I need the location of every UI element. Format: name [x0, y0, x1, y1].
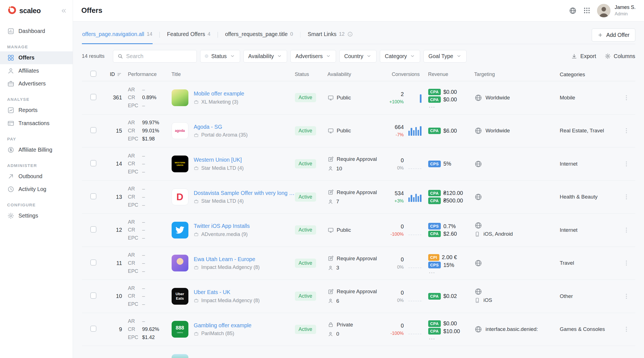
sidebar-item-label: Transactions — [18, 120, 49, 127]
sidebar-item-affiliate-billing[interactable]: Affiliate Billing — [0, 143, 73, 156]
filter-availability[interactable]: Availability — [243, 50, 287, 63]
revenue-more[interactable]: ... — [429, 269, 472, 273]
advertiser-icon — [194, 99, 199, 104]
sidebar-item-settings[interactable]: Settings — [0, 209, 73, 223]
column-header-categories[interactable]: Categories — [560, 71, 622, 78]
download-icon — [571, 53, 577, 59]
targeting-cell: Worldwide — [472, 126, 560, 135]
avatar[interactable] — [597, 4, 610, 17]
offer-title-link[interactable]: Dostavista Sample Offer with very long n… — [194, 190, 295, 196]
availability-cell: Require Approval3 — [328, 254, 377, 273]
conversions-change: -100% — [390, 231, 404, 237]
offer-title-link[interactable]: Gambling offer example — [194, 322, 252, 329]
row-menu-icon[interactable] — [622, 227, 631, 233]
logo[interactable]: scaleo — [7, 5, 41, 16]
sidebar-item-outbound[interactable]: Outbound — [0, 170, 73, 183]
row-menu-icon[interactable] — [622, 127, 631, 134]
row-checkbox[interactable] — [90, 127, 97, 133]
offer-title-link[interactable]: Ewa Utah Learn - Europe — [194, 256, 260, 262]
columns-button[interactable]: Columns — [605, 53, 635, 59]
row-menu-icon[interactable] — [622, 161, 631, 167]
row-checkbox[interactable] — [90, 94, 97, 100]
perf-value-ar: – — [142, 251, 145, 259]
row-menu-icon[interactable] — [622, 94, 631, 101]
filter-category[interactable]: Category — [380, 50, 420, 63]
search-box[interactable] — [113, 50, 197, 63]
filter-status[interactable]: Status — [200, 50, 240, 63]
row-menu-icon[interactable] — [622, 326, 631, 333]
sidebar-item-dashboard[interactable]: Dashboard — [0, 25, 73, 38]
info-icon[interactable] — [347, 31, 353, 37]
perf-label-cr: CR — [128, 259, 139, 267]
row-checkbox[interactable] — [90, 259, 97, 266]
performance-cell: AR–CR–EPC– — [122, 284, 172, 308]
perf-value-epc: – — [142, 102, 145, 110]
pencil-icon — [328, 288, 334, 295]
revenue-cell: CPA$0.02 — [422, 292, 472, 300]
column-header-title[interactable]: Title — [172, 71, 295, 77]
sort-icon[interactable] — [117, 72, 122, 77]
row-menu-icon[interactable] — [622, 194, 631, 200]
offer-logo — [172, 222, 188, 238]
performance-cell: AR99.97%CR99.01%EPC$1.98 — [122, 119, 172, 143]
globe-icon — [474, 127, 482, 135]
sidebar-item-transactions[interactable]: Transactions — [0, 117, 73, 130]
offer-title-link[interactable]: Western Union [UK] — [194, 157, 244, 163]
search-icon — [117, 53, 123, 59]
tab-offers-page-navigation-all[interactable]: offers_page.navigation.all 14 — [82, 31, 153, 44]
chevron-down-icon — [410, 53, 415, 59]
sidebar-item-activity-log[interactable]: Activity Log — [0, 183, 73, 196]
select-all-checkbox[interactable] — [90, 71, 97, 77]
revenue-more[interactable]: ... — [429, 104, 472, 108]
row-checkbox[interactable] — [90, 292, 97, 299]
sidebar-collapse-icon[interactable] — [60, 7, 67, 15]
offer-title-link[interactable]: Agoda - SG — [194, 124, 248, 130]
row-checkbox[interactable] — [90, 160, 97, 166]
sidebar-item-affiliates[interactable]: Affiliates — [0, 64, 73, 77]
filter-advertisers[interactable]: Advertisers — [290, 50, 336, 63]
row-checkbox[interactable] — [90, 226, 97, 233]
chevron-down-icon — [230, 53, 235, 59]
conversions-change: -100% — [390, 331, 404, 336]
language-globe-icon[interactable] — [569, 7, 577, 15]
phone-icon — [474, 231, 480, 237]
tab-smart-links[interactable]: Smart Links 12 — [307, 31, 353, 44]
row-checkbox[interactable] — [90, 326, 97, 332]
column-header-conversions[interactable]: Conversions — [377, 71, 422, 77]
sidebar-item-reports[interactable]: Reports — [0, 104, 73, 117]
sidebar-item-label: Activity Log — [18, 186, 46, 192]
filter-goal-type[interactable]: Goal Type — [423, 50, 467, 63]
person-icon — [328, 166, 333, 171]
sidebar-section-pay: PAY Affiliate Billing — [0, 137, 73, 156]
tab-offers-requests-page-title[interactable]: offers_requests_page.title 0 — [225, 31, 293, 44]
tab-featured-offers[interactable]: Featured Offers 4 — [167, 31, 211, 44]
apps-grid-icon[interactable] — [583, 7, 591, 14]
export-button[interactable]: Export — [571, 53, 596, 59]
filter-country[interactable]: Country — [339, 50, 377, 63]
column-header-revenue[interactable]: Revenue — [422, 71, 472, 77]
revenue-more[interactable]: ... — [429, 336, 472, 340]
offer-title-link[interactable]: Twitter iOS App Installs — [194, 223, 250, 229]
perf-label-ar: AR — [128, 86, 139, 94]
column-header-id[interactable]: ID — [105, 71, 122, 77]
column-header-targeting[interactable]: Targeting — [472, 71, 560, 77]
sidebar-item-advertisers[interactable]: Advertisers — [0, 77, 73, 90]
search-input[interactable] — [126, 53, 192, 59]
revenue-value: 2.00 € — [442, 254, 457, 261]
performance-cell: AR–CR99.62%EPC$1.42 — [122, 317, 172, 341]
availability-label: Require Approval — [337, 188, 377, 197]
advertiser-name: Impact Media Adgency (8) — [201, 298, 260, 304]
column-header-performance[interactable]: Performance — [122, 71, 172, 77]
add-offer-button[interactable]: Add Offer — [592, 28, 635, 42]
offer-title-link[interactable]: Uber Eats - UK — [194, 289, 260, 295]
row-checkbox[interactable] — [90, 193, 97, 200]
offer-logo: UberEats — [172, 288, 188, 305]
row-menu-icon[interactable] — [622, 260, 631, 266]
sidebar-item-offers[interactable]: Offers — [0, 51, 73, 65]
row-menu-icon[interactable] — [622, 293, 631, 300]
perf-label-epc: EPC — [128, 102, 139, 110]
column-header-availability[interactable]: Availability — [328, 71, 377, 77]
column-header-status[interactable]: Status — [295, 71, 328, 77]
table-row: 14 AR–CR–EPC– WESTERNUNION Western Union… — [82, 147, 635, 181]
offer-title-link[interactable]: Mobile offer example — [194, 90, 244, 97]
